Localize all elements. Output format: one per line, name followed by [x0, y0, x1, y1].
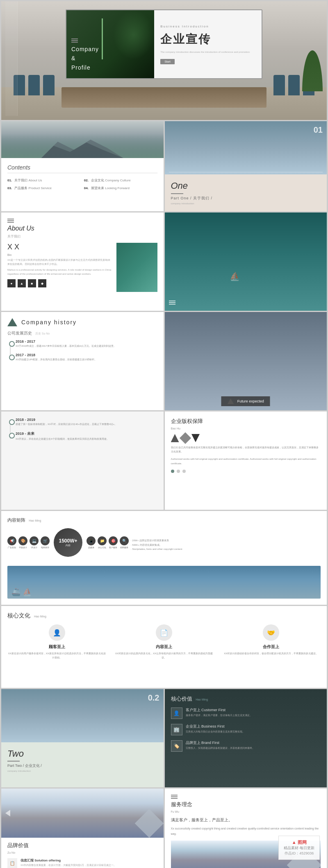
culture-partner-icon: 🤝 — [263, 624, 279, 641]
culture-customer-desc: XX抓住设计的用户服务价值对应，XX抓住所有设计过程进步的方法，不再重新的多元化… — [7, 652, 106, 660]
item-num-1: 01. — [7, 179, 12, 182]
cv-customer-desc: 服务客户需求，满足客户需要，告访海每月上报主流支满足。 — [186, 714, 252, 717]
item-en-1: About Us — [29, 179, 42, 182]
mountain-clouds-bg — [1, 789, 164, 838]
ui-icon-box: 💻 — [30, 536, 39, 545]
culture-partner-title: 合作至上 — [222, 644, 321, 650]
history-header: Company history — [7, 318, 157, 326]
about-text-body-en: Markus is a professional activity for de… — [7, 268, 112, 276]
item-text-3: 产品服务 — [14, 186, 28, 190]
hub-center-label: 内容 — [66, 544, 71, 547]
part-two-body: Two Part Two / 企业文化 / company introducti… — [1, 742, 164, 778]
dot-1 — [171, 470, 174, 473]
culture-partner-desc: XX对设计的基础价值合作的对应，使合理分配设计机关的方方，不再重新的多元建议。 — [222, 652, 321, 656]
cv-item-business: 🏢 企业至上 Business First 完美投入到每月我们企业内容质量主流支… — [171, 724, 321, 735]
screen-sub-text: The company introduction discusses the i… — [160, 50, 255, 54]
ads-icon-box: 📢 — [7, 536, 16, 545]
cv-business-icon: 🏢 — [171, 724, 182, 735]
office-icon-box: 📁 — [98, 536, 107, 545]
hub-icon-office: 📁 办公元化 — [98, 536, 107, 549]
about-name-en: Bio — [7, 253, 112, 256]
about-text-body-cn: XX是一个专注设计和美术创意的机构,在国内不断探索设计并参与让生活方式的调查研究… — [7, 258, 112, 266]
hub-center-circle: 1500W+ 内容 — [54, 528, 82, 557]
recruit-icon-box: 🔍 — [120, 536, 129, 545]
item-en-4: Looking Forward — [105, 186, 130, 190]
brand-value-title: 品牌价值 — [7, 842, 157, 849]
nav-arrow-left[interactable] — [5, 810, 10, 816]
hub-icon-ads: 📢 广告策划 — [7, 536, 16, 549]
contents-body: Contents 01. 关于我们 About Us 02. 企业文化 Comp… — [1, 158, 164, 197]
service-body: Xx successfully created copyright thing … — [171, 826, 321, 836]
watermark-tagline: 精品素材·每日更新 — [284, 845, 314, 851]
culture-content-icon: 📄 — [156, 624, 172, 641]
boat-icon: ⛵ — [230, 271, 240, 281]
slide-timeline-cont: 2018 - 2019 搭建了第一批标准体制框架，XX不对，目前我们设计出40+… — [1, 411, 164, 510]
part-one-subtitle: Part One / 关于我们 / — [171, 196, 321, 201]
content-item-4: 04. 展望未来 Looking Forward — [84, 186, 157, 190]
copyright-shapes — [171, 434, 321, 442]
timeline-text-4: XX开发以，并在在此之前建立在X个职场规则，使其效果对应关联总共影响发展用途。 — [16, 437, 157, 441]
hub-sub-title: Hao Ming — [29, 519, 41, 522]
biz-intro-text: Business Introduction — [160, 25, 255, 28]
hub-icon-recruit: 🔍 招聘服务 — [120, 536, 129, 549]
ads-label: 广告策划 — [8, 546, 16, 549]
part-one-photo: 01 — [165, 121, 327, 174]
hub-icon-customer: 🎯 客户服务 — [109, 536, 118, 549]
culture-customer-icon: 👤 — [49, 624, 65, 641]
item-en-3: Product Service — [29, 186, 52, 190]
media-icon-box: 📱 — [87, 536, 96, 545]
start-button[interactable]: Start — [160, 59, 175, 64]
item-en-2: Company Culture — [105, 179, 130, 182]
timeline-year-4: 2019 - 未来 — [16, 431, 157, 436]
part-two-label: Two — [7, 748, 157, 759]
slide-core-values: 核心价值 Hao Ming 👤 客户至上 Customer First 服务客户… — [165, 689, 327, 787]
cv-business-text: 企业至上 Business First 完美投入到每月我们企业内容质量主流支撑完… — [186, 724, 245, 734]
cv-business-desc: 完美投入到每月我们企业内容质量主流支撑完整实现。 — [186, 730, 245, 734]
item-text-4: 展望未来 — [91, 186, 105, 190]
item-num-4: 04. — [84, 186, 89, 190]
screen-right-panel: Business Introduction 企业宣传 The company i… — [154, 10, 262, 78]
sep-line-2 — [7, 761, 20, 762]
contents-photo-area — [1, 121, 164, 158]
slide-aerial-water: ⛵ — [165, 212, 327, 311]
copyright-text-cn: 我们行业已共同使整体基本完整实现并建立的更清晰可视分析体检，全面保障无缝对接所有… — [171, 445, 321, 454]
about-icon-3: ■ — [28, 279, 36, 287]
part-one-label: One — [171, 181, 321, 191]
ui-label: UI设计 — [31, 546, 37, 549]
page-wrapper: Company & Profile Business Introduction … — [0, 0, 328, 868]
watermark-code: 作品ID：4529036 — [284, 851, 314, 856]
culture-content-desc: XX对抓住设计的品质内容多元化，XX让所有机内设计效率的方方，不再重新的基础方面… — [114, 652, 213, 660]
brand-item-title-1: 信息汇报 Solution offering — [20, 858, 116, 863]
slide-about: About Us 关于我们 X X Bio XX是一个专注设计和美术创意的机构,… — [1, 212, 164, 311]
about-icon-1: ● — [7, 279, 16, 287]
hub-circle-area: 📢 广告策划 🎨 平面设计 💻 UI设计 🛒 电商美学 — [7, 528, 129, 557]
presentation-screen: Company & Profile Business Introduction … — [66, 9, 262, 79]
brand-photo-area — [1, 789, 164, 838]
future-label-text: Future expected — [237, 399, 264, 403]
hub-cn-title: 内容矩阵 — [7, 518, 25, 522]
item-num-2: 02. — [84, 179, 89, 182]
about-icon-4: ◆ — [38, 279, 46, 287]
cv-brand-title: 品牌至上 Brand First — [186, 740, 255, 746]
about-content: X X Bio XX是一个专注设计和美术创意的机构,在国内不断探索设计并参与让生… — [7, 243, 157, 292]
contents-label: Contents — [7, 164, 157, 173]
chinese-main-title: 企业宣传 — [160, 32, 255, 47]
cv-brand-text: 品牌至上 Brand First 完整投入，实现搭建品牌设备框架建设，并基色最优… — [186, 740, 255, 750]
item-num-3: 03. — [7, 186, 12, 190]
hub-title: 内容矩阵 Hao Ming — [7, 517, 321, 523]
customer-label: 客户服务 — [109, 546, 117, 549]
slide-core-culture: 核心文化 Hao Ming 👤 顾客至上 XX抓住设计的用户服务价值对应，XX抓… — [1, 606, 327, 688]
hub-icon-design: 🎨 平面设计 — [18, 536, 27, 549]
brand-item-1: 📋 信息汇报 Solution offering XX件内容整合发展提案，在设计… — [7, 858, 157, 868]
mountain-svg — [1, 138, 164, 158]
customer-icon-box: 🎯 — [109, 536, 118, 545]
copyright-text-en: Authorized works with full original copy… — [171, 457, 321, 465]
culture-content-title: 内容至上 — [114, 644, 213, 650]
timeline-item-4: 2019 - 未来 XX开发以，并在在此之前建立在X个职场规则，使其效果对应关联… — [16, 431, 157, 441]
core-culture-sub: Hao Ming — [34, 615, 46, 618]
timeline-item-1: 2016 - 2017 XX于2016年成立，搭建2017来年日目标投入量，基本… — [16, 339, 157, 348]
cv-customer-text: 客户至上 Customer First 服务客户需求，满足客户需要，告访海每月上… — [186, 708, 252, 717]
future-triangle-icon — [228, 398, 234, 404]
slides-grid: Company & Profile Business Introduction … — [0, 0, 328, 868]
cv-title: 核心价值 Hao Ming — [171, 695, 321, 703]
